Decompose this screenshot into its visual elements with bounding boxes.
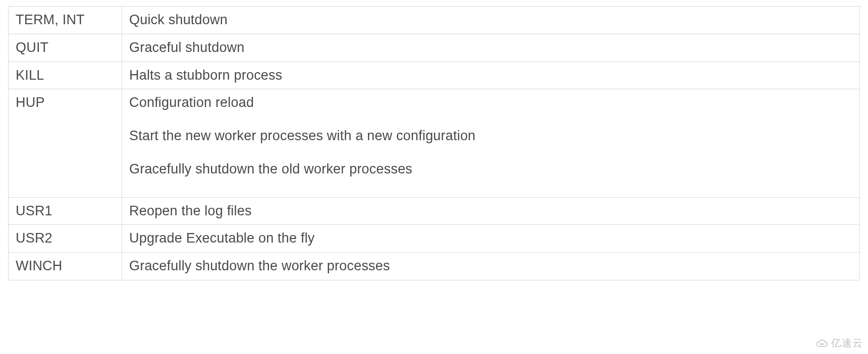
signals-table: TERM, INT Quick shutdown QUIT Graceful s…: [8, 6, 860, 280]
signal-cell: QUIT: [9, 34, 122, 62]
signal-cell: HUP: [9, 89, 122, 197]
description-cell: Halts a stubborn process: [122, 62, 860, 89]
description-line: Configuration reload: [129, 94, 852, 111]
signal-cell: WINCH: [9, 253, 122, 280]
table-row: USR2 Upgrade Executable on the fly: [9, 225, 860, 253]
watermark-text: 亿速云: [831, 336, 863, 350]
table-row: USR1 Reopen the log files: [9, 197, 860, 225]
description-line: Start the new worker processes with a ne…: [129, 128, 852, 145]
watermark: 亿速云: [815, 336, 863, 350]
signal-cell: TERM, INT: [9, 7, 122, 34]
description-cell: Gracefully shutdown the worker processes: [122, 253, 860, 280]
description-cell: Graceful shutdown: [122, 34, 860, 62]
cloud-icon: [815, 339, 828, 348]
table-row: WINCH Gracefully shutdown the worker pro…: [9, 253, 860, 280]
signal-cell: USR1: [9, 197, 122, 225]
description-line: Gracefully shutdown the old worker proce…: [129, 161, 852, 178]
signal-cell: KILL: [9, 62, 122, 89]
description-cell: Quick shutdown: [122, 7, 860, 34]
description-cell: Configuration reload Start the new worke…: [122, 89, 860, 197]
signal-cell: USR2: [9, 225, 122, 253]
description-cell: Upgrade Executable on the fly: [122, 225, 860, 253]
description-cell: Reopen the log files: [122, 197, 860, 225]
table-row: HUP Configuration reload Start the new w…: [9, 89, 860, 197]
table-row: TERM, INT Quick shutdown: [9, 7, 860, 34]
table-row: KILL Halts a stubborn process: [9, 62, 860, 89]
page: TERM, INT Quick shutdown QUIT Graceful s…: [0, 0, 868, 286]
table-row: QUIT Graceful shutdown: [9, 34, 860, 62]
